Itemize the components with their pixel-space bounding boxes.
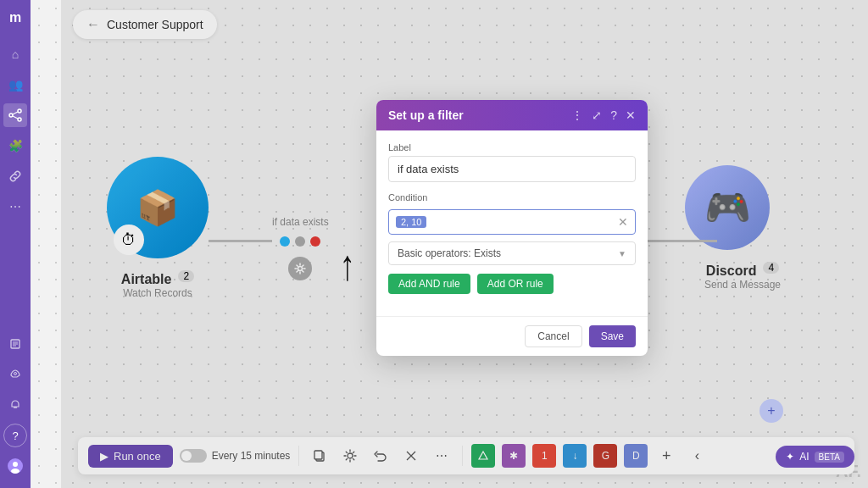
sidebar-item-users[interactable]: 👥 [3,73,27,97]
ai-icon: ✦ [786,451,794,463]
modal-help-icon[interactable]: ? [610,108,617,122]
modal-title: Set up a filter [388,108,464,122]
sidebar-item-bell[interactable] [3,393,27,417]
logo: m [9,10,21,25]
sidebar-item-home[interactable]: ⌂ [3,42,27,66]
svg-point-13 [11,469,19,474]
rule-buttons: Add AND rule Add OR rule [388,274,636,294]
modal-footer: Cancel Save [376,316,648,356]
svg-point-12 [13,462,18,467]
modal-header-actions: ⋮ ⤢ ? ✕ [571,108,636,122]
filter-modal: Set up a filter ⋮ ⤢ ? ✕ Label Condition … [376,100,648,356]
operator-label: Basic operators: Exists [398,247,501,259]
modal-body: Label Condition 2, 10 ✕ Basic operators:… [376,130,648,316]
modal-header: Set up a filter ⋮ ⤢ ? ✕ [376,100,648,130]
svg-point-0 [9,114,13,117]
cancel-button[interactable]: Cancel [525,325,581,347]
save-button[interactable]: Save [589,325,636,347]
sidebar-item-book[interactable] [3,332,27,356]
modal-expand-icon[interactable]: ⤢ [592,108,602,122]
sidebar-item-more[interactable]: ⋯ [3,195,27,219]
beta-badge: BETA [815,452,844,463]
sidebar-item-help[interactable]: ? [3,424,27,447]
sidebar-item-profile[interactable] [3,454,27,478]
modal-close-icon[interactable]: ✕ [626,108,636,122]
svg-point-9 [14,373,17,375]
svg-point-1 [18,109,21,113]
condition-tag: 2, 10 [396,216,426,228]
condition-row: 2, 10 ✕ [388,209,636,235]
sidebar-item-link[interactable] [3,164,27,188]
modal-menu-icon[interactable]: ⋮ [571,108,583,122]
workflow-canvas[interactable]: ← Customer Support 📦 ⏱ Airtable 2 Watch … [31,0,868,488]
add-or-rule-button[interactable]: Add OR rule [477,274,554,294]
sidebar: m ⌂ 👥 🧩 ⋯ ? [0,0,31,488]
chevron-down-icon: ▼ [618,249,626,258]
ai-button[interactable]: ✦ AI BETA [776,446,854,468]
svg-line-3 [13,112,18,114]
sidebar-item-rocket[interactable] [3,363,27,386]
add-and-rule-button[interactable]: Add AND rule [388,274,470,294]
ai-label: AI [799,451,809,463]
svg-point-2 [18,118,21,121]
label-field-label: Label [388,142,636,152]
sidebar-item-team[interactable]: 🧩 [3,134,27,158]
label-input[interactable] [388,156,636,182]
svg-line-4 [13,116,18,119]
operator-select[interactable]: Basic operators: Exists ▼ [388,241,636,265]
sidebar-item-share[interactable] [3,103,27,127]
condition-remove-icon[interactable]: ✕ [618,215,628,229]
condition-header: Condition [388,192,636,202]
